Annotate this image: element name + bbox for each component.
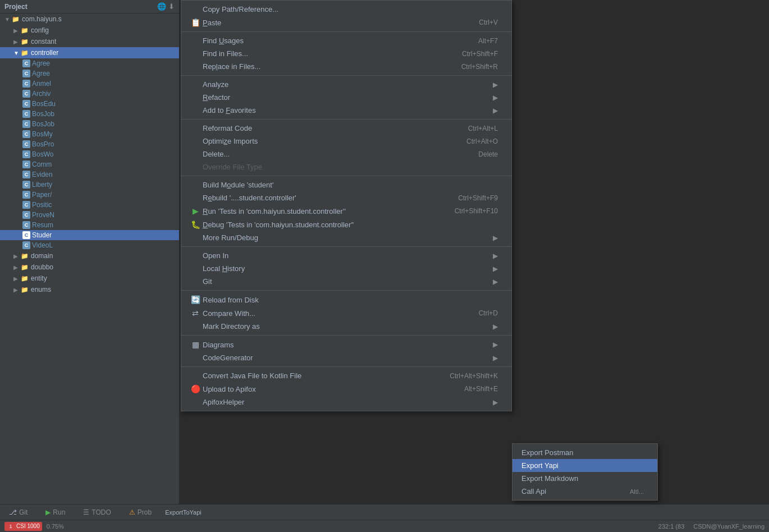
tree-item[interactable]: C Agree [0, 68, 179, 79]
menu-item-build-module[interactable]: Build Module 'student' [181, 178, 511, 191]
menu-item-label: Override File Type [203, 163, 262, 171]
menu-shortcut: Ctrl+Shift+R [439, 63, 498, 71]
class-icon: C [22, 120, 30, 128]
folder-icon: 📁 [20, 26, 29, 35]
tree-item[interactable]: C BosWo [0, 149, 179, 159]
tree-item[interactable]: C BosEdu [0, 99, 179, 109]
menu-item-label: CodeGenerator [203, 354, 253, 362]
git-branch-icon: ⎇ [9, 508, 17, 516]
menu-item-open-in[interactable]: Open In ▶ [181, 249, 511, 262]
menu-item-label: Upload to Apifox [203, 385, 256, 393]
compare-icon: ⇄ [190, 309, 200, 318]
menu-item-label: Git [203, 277, 212, 286]
menu-item-analyze[interactable]: Analyze ▶ [181, 78, 511, 91]
tree-item[interactable]: ▶ 📁 doubbo [0, 262, 179, 273]
menu-item-label: Rebuild '....student.controller' [203, 194, 296, 202]
menu-shortcut: Ctrl+D [456, 309, 498, 317]
menu-shortcut: Ctrl+Shift+F [440, 50, 498, 58]
tree-item[interactable]: ▶ 📁 config [0, 25, 179, 36]
menu-item-find-in-files[interactable]: Find in Files... Ctrl+Shift+F [181, 47, 511, 60]
menu-item-git[interactable]: Git ▶ [181, 275, 511, 288]
menu-item-label: Build Module 'student' [203, 181, 273, 189]
tree-item[interactable]: ▶ 📁 domain [0, 250, 179, 262]
tree-item[interactable]: C Archiv [0, 89, 179, 99]
menu-item-diagrams[interactable]: ▦ Diagrams ▶ [181, 338, 511, 351]
menu-item-rebuild[interactable]: Rebuild '....student.controller' Ctrl+Sh… [181, 191, 511, 204]
menu-shortcut: ▶ [470, 398, 498, 406]
tree-item[interactable]: C VideoL [0, 240, 179, 250]
submenu-item-export-postman[interactable]: Export Postman [512, 446, 657, 459]
tree-item[interactable]: C BosJob [0, 109, 179, 119]
tree-label: entity [31, 274, 47, 282]
menu-item-compare-with[interactable]: ⇄ Compare With... Ctrl+D [181, 306, 511, 320]
menu-item-debug-tests[interactable]: 🐛 Debug 'Tests in 'com.haiyun.student.co… [181, 218, 511, 231]
tree-item[interactable]: ▶ 📁 constant [0, 36, 179, 47]
tree-item[interactable]: ▼ 📁 com.haiyun.s [0, 13, 179, 25]
menu-item-code-generator[interactable]: CodeGenerator ▶ [181, 351, 511, 364]
tree-item[interactable]: C Paper/ [0, 190, 179, 200]
menu-item-reformat-code[interactable]: Reformat Code Ctrl+Alt+L [181, 122, 511, 135]
tree-item[interactable]: C BosPro [0, 139, 179, 149]
menu-shortcut: Ctrl+Alt+Shift+K [427, 372, 498, 380]
menu-item-delete[interactable]: Delete... Delete [181, 148, 511, 160]
tree-item[interactable]: C BosJob [0, 119, 179, 129]
submenu-shortcut: AltI... [607, 488, 644, 495]
tree-item[interactable]: C BosMy [0, 129, 179, 139]
submenu-item-call-api[interactable]: Call Api AltI... [512, 485, 657, 498]
submenu-item-label: Export Markdown [521, 474, 578, 483]
bottom-tab-run[interactable]: ▶ Run [41, 506, 70, 519]
menu-item-label: ApifoxHelper [203, 398, 244, 406]
tree-item[interactable]: C Eviden [0, 169, 179, 180]
submenu-item-export-markdown[interactable]: Export Markdown [512, 472, 657, 485]
tree-item[interactable]: C ProveN [0, 210, 179, 220]
tree-item[interactable]: C Liberty [0, 180, 179, 190]
class-icon: C [22, 100, 30, 108]
menu-shortcut: ▶ [470, 107, 498, 114]
tree-label: domain [31, 252, 53, 260]
menu-item-apifox-helper[interactable]: ApifoxHelper ▶ [181, 396, 511, 409]
menu-item-run-tests[interactable]: ▶ Run 'Tests in 'com.haiyun.student.cont… [181, 204, 511, 218]
menu-item-convert-kotlin[interactable]: Convert Java File to Kotlin File Ctrl+Al… [181, 369, 511, 382]
tree-label: Agree [32, 59, 50, 67]
bottom-tab-todo[interactable]: ☰ TODO [79, 506, 115, 519]
folder-icon: 📁 [20, 37, 29, 46]
submenu-item-export-yapi[interactable]: Export Yapi [512, 459, 657, 472]
tree-item[interactable]: C Resum [0, 220, 179, 230]
menu-item-mark-directory[interactable]: Mark Directory as ▶ [181, 320, 511, 333]
tree-item[interactable]: C Anmel [0, 79, 179, 89]
tree-item[interactable]: ▶ 📁 enums [0, 284, 179, 295]
run-icon: ▶ [190, 207, 200, 215]
menu-item-replace-in-files[interactable]: Replace in Files... Ctrl+Shift+R [181, 60, 511, 73]
tree-item-controller[interactable]: ▼ 📁 controller [0, 47, 179, 58]
menu-item-upload-apifox[interactable]: 🔴 Upload to Apifox Alt+Shift+E [181, 382, 511, 396]
menu-item-copy-path[interactable]: Copy Path/Reference... [181, 3, 511, 16]
tree-label: Paper/ [32, 191, 52, 199]
export-to-yapi-label: ExportToYapi [165, 509, 202, 516]
tree-item[interactable]: ▶ 📁 entity [0, 273, 179, 284]
bottom-tab-prob[interactable]: ⚠ Prob [125, 506, 156, 519]
menu-item-find-usages[interactable]: Find Usages Alt+F7 [181, 34, 511, 47]
menu-item-paste[interactable]: 📋 Paste Ctrl+V [181, 16, 511, 29]
tree-item-studer[interactable]: C Studer [0, 230, 179, 240]
bottom-tab-label: Prob [138, 508, 152, 516]
class-icon: C [22, 231, 30, 239]
class-icon: C [22, 160, 30, 168]
menu-item-label: Convert Java File to Kotlin File [203, 372, 301, 380]
menu-item-refactor[interactable]: Refactor ▶ [181, 91, 511, 104]
tree-item[interactable]: C Comm [0, 159, 179, 169]
menu-item-more-run-debug[interactable]: More Run/Debug ▶ [181, 231, 511, 244]
menu-item-local-history[interactable]: Local History ▶ [181, 262, 511, 275]
tree-item[interactable]: C Positic [0, 200, 179, 210]
header-icon-globe: 🌐 [157, 2, 166, 11]
tree-label: Agree [32, 70, 50, 77]
tree-label: Archiv [32, 90, 51, 98]
menu-item-add-favorites[interactable]: Add to Favorites ▶ [181, 104, 511, 117]
menu-item-optimize-imports[interactable]: Optimize Imports Ctrl+Alt+O [181, 135, 511, 148]
status-right: 232:1 (83 CSDN@YuanXF_learning [654, 523, 769, 530]
menu-shortcut: ▶ [470, 341, 498, 348]
tree-item[interactable]: C Agree [0, 58, 179, 68]
menu-item-label: Delete... [203, 150, 230, 158]
prob-icon: ⚠ [129, 508, 135, 516]
menu-item-reload-from-disk[interactable]: 🔄 Reload from Disk [181, 293, 511, 306]
bottom-tab-git[interactable]: ⎇ Git [4, 506, 32, 519]
